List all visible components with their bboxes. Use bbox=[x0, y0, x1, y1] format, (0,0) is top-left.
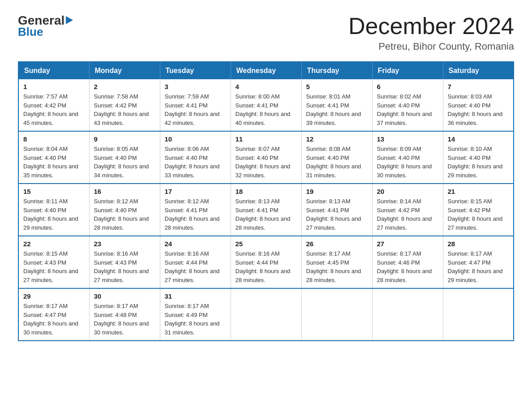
calendar-cell: 3 Sunrise: 7:59 AMSunset: 4:41 PMDayligh… bbox=[160, 79, 231, 131]
calendar-cell: 2 Sunrise: 7:58 AMSunset: 4:42 PMDayligh… bbox=[89, 79, 160, 131]
column-header-thursday: Thursday bbox=[301, 62, 372, 79]
day-info: Sunrise: 8:13 AMSunset: 4:41 PMDaylight:… bbox=[306, 198, 361, 231]
logo-arrow-icon bbox=[66, 16, 73, 24]
calendar-cell: 14 Sunrise: 8:10 AMSunset: 4:40 PMDaylig… bbox=[443, 131, 514, 184]
calendar-cell: 5 Sunrise: 8:01 AMSunset: 4:41 PMDayligh… bbox=[301, 79, 372, 131]
calendar-cell: 4 Sunrise: 8:00 AMSunset: 4:41 PMDayligh… bbox=[231, 79, 301, 131]
page-title: December 2024 bbox=[348, 13, 514, 39]
day-info: Sunrise: 8:17 AMSunset: 4:48 PMDaylight:… bbox=[94, 303, 149, 336]
day-info: Sunrise: 8:02 AMSunset: 4:40 PMDaylight:… bbox=[377, 93, 432, 126]
day-info: Sunrise: 8:14 AMSunset: 4:42 PMDaylight:… bbox=[377, 198, 432, 231]
column-header-wednesday: Wednesday bbox=[231, 62, 301, 79]
calendar-cell bbox=[301, 288, 372, 341]
calendar-cell: 6 Sunrise: 8:02 AMSunset: 4:40 PMDayligh… bbox=[372, 79, 443, 131]
day-info: Sunrise: 8:08 AMSunset: 4:40 PMDaylight:… bbox=[306, 146, 361, 179]
day-number: 30 bbox=[94, 292, 155, 300]
day-number: 5 bbox=[306, 83, 368, 90]
day-number: 11 bbox=[236, 135, 297, 143]
day-number: 2 bbox=[94, 83, 155, 90]
logo: General Blue bbox=[18, 13, 73, 39]
day-number: 9 bbox=[94, 135, 155, 143]
day-info: Sunrise: 8:00 AMSunset: 4:41 PMDaylight:… bbox=[236, 93, 291, 126]
day-number: 29 bbox=[23, 292, 85, 300]
calendar-cell: 18 Sunrise: 8:13 AMSunset: 4:41 PMDaylig… bbox=[231, 184, 301, 236]
calendar-cell: 11 Sunrise: 8:07 AMSunset: 4:40 PMDaylig… bbox=[231, 131, 301, 184]
day-info: Sunrise: 8:15 AMSunset: 4:43 PMDaylight:… bbox=[23, 250, 78, 283]
day-number: 8 bbox=[23, 135, 85, 143]
day-info: Sunrise: 8:09 AMSunset: 4:40 PMDaylight:… bbox=[377, 146, 432, 179]
calendar-cell: 1 Sunrise: 7:57 AMSunset: 4:42 PMDayligh… bbox=[18, 79, 89, 131]
calendar-cell: 7 Sunrise: 8:03 AMSunset: 4:40 PMDayligh… bbox=[443, 79, 514, 131]
calendar-cell: 30 Sunrise: 8:17 AMSunset: 4:48 PMDaylig… bbox=[89, 288, 160, 341]
column-header-monday: Monday bbox=[89, 62, 160, 79]
calendar-cell: 25 Sunrise: 8:16 AMSunset: 4:44 PMDaylig… bbox=[231, 236, 301, 288]
day-number: 20 bbox=[377, 188, 438, 195]
calendar-cell: 10 Sunrise: 8:06 AMSunset: 4:40 PMDaylig… bbox=[160, 131, 231, 184]
calendar-week-row: 15 Sunrise: 8:11 AMSunset: 4:40 PMDaylig… bbox=[18, 184, 514, 236]
day-number: 14 bbox=[448, 135, 509, 143]
day-info: Sunrise: 8:16 AMSunset: 4:44 PMDaylight:… bbox=[236, 250, 291, 283]
calendar-cell: 21 Sunrise: 8:15 AMSunset: 4:42 PMDaylig… bbox=[443, 184, 514, 236]
day-number: 12 bbox=[306, 135, 368, 143]
day-info: Sunrise: 8:17 AMSunset: 4:45 PMDaylight:… bbox=[306, 250, 361, 283]
day-info: Sunrise: 8:04 AMSunset: 4:40 PMDaylight:… bbox=[23, 146, 78, 179]
calendar-week-row: 1 Sunrise: 7:57 AMSunset: 4:42 PMDayligh… bbox=[18, 79, 514, 131]
calendar-cell bbox=[231, 288, 301, 341]
calendar-cell: 22 Sunrise: 8:15 AMSunset: 4:43 PMDaylig… bbox=[18, 236, 89, 288]
day-info: Sunrise: 8:17 AMSunset: 4:46 PMDaylight:… bbox=[377, 250, 432, 283]
day-info: Sunrise: 7:59 AMSunset: 4:41 PMDaylight:… bbox=[165, 93, 220, 126]
day-number: 26 bbox=[306, 240, 368, 248]
day-number: 31 bbox=[165, 292, 226, 300]
day-number: 3 bbox=[165, 83, 226, 90]
day-number: 6 bbox=[377, 83, 438, 90]
day-number: 17 bbox=[165, 188, 226, 195]
day-number: 1 bbox=[23, 83, 85, 90]
calendar-cell bbox=[443, 288, 514, 341]
calendar-week-row: 29 Sunrise: 8:17 AMSunset: 4:47 PMDaylig… bbox=[18, 288, 514, 341]
calendar-header-row: SundayMondayTuesdayWednesdayThursdayFrid… bbox=[18, 62, 514, 79]
calendar-cell: 31 Sunrise: 8:17 AMSunset: 4:49 PMDaylig… bbox=[160, 288, 231, 341]
day-number: 10 bbox=[165, 135, 226, 143]
day-info: Sunrise: 8:05 AMSunset: 4:40 PMDaylight:… bbox=[94, 146, 149, 179]
day-info: Sunrise: 8:06 AMSunset: 4:40 PMDaylight:… bbox=[165, 146, 220, 179]
day-info: Sunrise: 8:15 AMSunset: 4:42 PMDaylight:… bbox=[448, 198, 503, 231]
calendar-week-row: 8 Sunrise: 8:04 AMSunset: 4:40 PMDayligh… bbox=[18, 131, 514, 184]
day-number: 19 bbox=[306, 188, 368, 195]
day-number: 16 bbox=[94, 188, 155, 195]
calendar-week-row: 22 Sunrise: 8:15 AMSunset: 4:43 PMDaylig… bbox=[18, 236, 514, 288]
page-subtitle: Petreu, Bihor County, Romania bbox=[348, 41, 514, 52]
day-info: Sunrise: 8:16 AMSunset: 4:43 PMDaylight:… bbox=[94, 250, 149, 283]
calendar-cell: 19 Sunrise: 8:13 AMSunset: 4:41 PMDaylig… bbox=[301, 184, 372, 236]
day-info: Sunrise: 8:12 AMSunset: 4:41 PMDaylight:… bbox=[165, 198, 220, 231]
day-info: Sunrise: 7:58 AMSunset: 4:42 PMDaylight:… bbox=[94, 93, 149, 126]
day-number: 27 bbox=[377, 240, 438, 248]
calendar-cell: 28 Sunrise: 8:17 AMSunset: 4:47 PMDaylig… bbox=[443, 236, 514, 288]
calendar-cell: 8 Sunrise: 8:04 AMSunset: 4:40 PMDayligh… bbox=[18, 131, 89, 184]
column-header-saturday: Saturday bbox=[443, 62, 514, 79]
day-number: 21 bbox=[448, 188, 509, 195]
calendar-cell: 15 Sunrise: 8:11 AMSunset: 4:40 PMDaylig… bbox=[18, 184, 89, 236]
column-header-sunday: Sunday bbox=[18, 62, 89, 79]
day-info: Sunrise: 8:03 AMSunset: 4:40 PMDaylight:… bbox=[448, 93, 503, 126]
day-info: Sunrise: 8:13 AMSunset: 4:41 PMDaylight:… bbox=[236, 198, 291, 231]
day-info: Sunrise: 8:11 AMSunset: 4:40 PMDaylight:… bbox=[23, 198, 78, 231]
day-number: 15 bbox=[23, 188, 85, 195]
calendar-cell bbox=[372, 288, 443, 341]
page-header: General Blue December 2024 Petreu, Bihor… bbox=[18, 13, 514, 52]
calendar-cell: 9 Sunrise: 8:05 AMSunset: 4:40 PMDayligh… bbox=[89, 131, 160, 184]
day-number: 23 bbox=[94, 240, 155, 248]
day-number: 13 bbox=[377, 135, 438, 143]
day-info: Sunrise: 7:57 AMSunset: 4:42 PMDaylight:… bbox=[23, 93, 78, 126]
day-number: 25 bbox=[236, 240, 297, 248]
day-info: Sunrise: 8:01 AMSunset: 4:41 PMDaylight:… bbox=[306, 93, 361, 126]
calendar-cell: 17 Sunrise: 8:12 AMSunset: 4:41 PMDaylig… bbox=[160, 184, 231, 236]
calendar-cell: 12 Sunrise: 8:08 AMSunset: 4:40 PMDaylig… bbox=[301, 131, 372, 184]
calendar-cell: 26 Sunrise: 8:17 AMSunset: 4:45 PMDaylig… bbox=[301, 236, 372, 288]
column-header-tuesday: Tuesday bbox=[160, 62, 231, 79]
day-info: Sunrise: 8:07 AMSunset: 4:40 PMDaylight:… bbox=[236, 146, 291, 179]
day-info: Sunrise: 8:17 AMSunset: 4:47 PMDaylight:… bbox=[23, 303, 78, 336]
calendar-cell: 13 Sunrise: 8:09 AMSunset: 4:40 PMDaylig… bbox=[372, 131, 443, 184]
day-number: 24 bbox=[165, 240, 226, 248]
day-info: Sunrise: 8:12 AMSunset: 4:40 PMDaylight:… bbox=[94, 198, 149, 231]
calendar-cell: 27 Sunrise: 8:17 AMSunset: 4:46 PMDaylig… bbox=[372, 236, 443, 288]
